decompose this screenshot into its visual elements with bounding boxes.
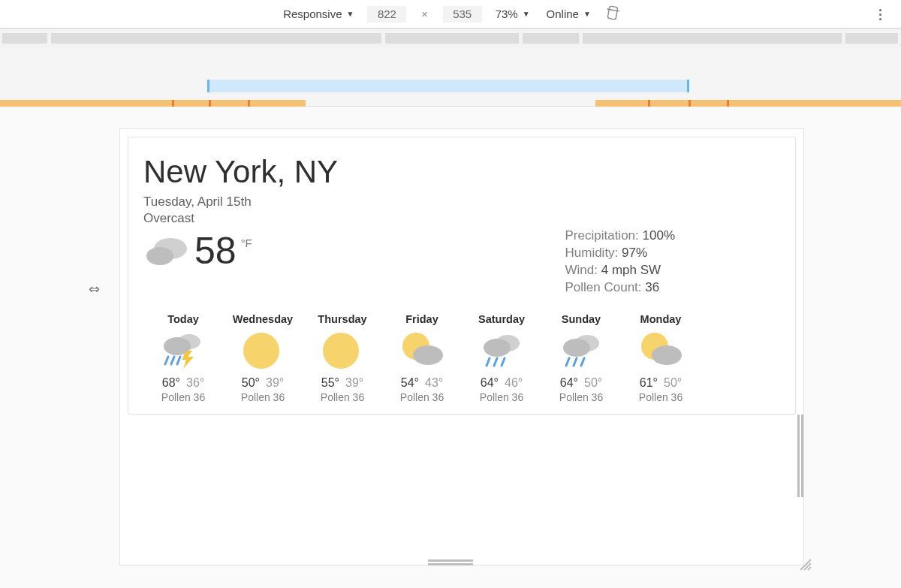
weather-card: New York, NY Tuesday, April 15th Overcas… xyxy=(128,137,796,415)
forecast-icon xyxy=(143,330,223,372)
forecast-day-name: Today xyxy=(143,313,223,325)
zoom-label: 73% xyxy=(496,8,518,20)
forecast-hi: 64° xyxy=(481,376,499,389)
resize-handle-bottom[interactable] xyxy=(428,559,473,567)
device-stage: ⇔ New York, NY Tuesday, April 15th Overc… xyxy=(0,107,901,588)
caret-down-icon: ▼ xyxy=(523,10,530,18)
forecast-icon xyxy=(303,330,382,372)
forecast-day-name: Sunday xyxy=(541,313,621,325)
forecast-lo: 39° xyxy=(345,376,363,389)
caret-down-icon: ▼ xyxy=(583,10,591,18)
forecast-row: Today68°36°Pollen 36Wednesday50°39°Polle… xyxy=(143,313,780,403)
stat-precip-value: 100% xyxy=(643,228,675,243)
overcast-icon xyxy=(143,232,190,270)
device-preset-label: Responsive xyxy=(283,8,342,20)
forecast-hi: 68° xyxy=(162,376,180,389)
forecast-icon xyxy=(541,330,621,372)
device-viewport: New York, NY Tuesday, April 15th Overcas… xyxy=(120,129,803,565)
forecast-icon xyxy=(462,330,541,372)
forecast-day: Thursday55°39°Pollen 36 xyxy=(303,313,382,403)
forecast-pollen: Pollen 36 xyxy=(303,391,382,403)
forecast-day: Wednesday50°39°Pollen 36 xyxy=(223,313,303,403)
svg-rect-0 xyxy=(607,6,618,20)
forecast-day-name: Wednesday xyxy=(223,313,303,325)
forecast-hi: 64° xyxy=(560,376,578,389)
svg-point-3 xyxy=(146,247,173,265)
forecast-lo: 50° xyxy=(664,376,682,389)
forecast-day: Monday61°50°Pollen 36 xyxy=(621,313,701,403)
resize-handle-corner[interactable] xyxy=(799,558,812,571)
rotate-icon xyxy=(603,3,622,22)
forecast-day: Sunday64°50°Pollen 36 xyxy=(541,313,621,403)
forecast-hi: 54° xyxy=(401,376,419,389)
device-preset-select[interactable]: Responsive ▼ xyxy=(280,6,357,22)
temp-unit: °F xyxy=(241,232,252,249)
stat-precip-label: Precipitation: xyxy=(565,228,639,243)
network-throttle-select[interactable]: Online ▼ xyxy=(544,6,594,22)
caret-down-icon: ▼ xyxy=(347,10,354,18)
forecast-lo: 39° xyxy=(266,376,284,389)
resize-handle-right[interactable] xyxy=(797,415,805,497)
weather-condition: Overcast xyxy=(143,211,780,226)
width-input[interactable] xyxy=(367,6,406,23)
forecast-icon xyxy=(382,330,462,372)
stat-wind-value: 4 mph SW xyxy=(601,263,661,277)
dimension-separator: × xyxy=(417,8,432,20)
resize-handle-left[interactable]: ⇔ xyxy=(89,281,100,297)
forecast-day: Today68°36°Pollen 36 xyxy=(143,313,223,403)
forecast-icon xyxy=(223,330,303,372)
forecast-hi: 61° xyxy=(640,376,658,389)
current-temp: 58 xyxy=(194,232,237,270)
forecast-hi: 55° xyxy=(321,376,339,389)
zoom-select[interactable]: 73% ▼ xyxy=(493,6,533,22)
forecast-pollen: Pollen 36 xyxy=(143,391,223,403)
forecast-day-name: Monday xyxy=(621,313,701,325)
forecast-day-name: Thursday xyxy=(303,313,382,325)
stat-wind-label: Wind: xyxy=(565,263,598,277)
stat-humidity-label: Humidity: xyxy=(565,246,619,260)
forecast-hi: 50° xyxy=(242,376,260,389)
forecast-day: Friday54°43°Pollen 36 xyxy=(382,313,462,403)
forecast-day: Saturday64°46°Pollen 36 xyxy=(462,313,541,403)
forecast-lo: 50° xyxy=(584,376,602,389)
ruler-scale xyxy=(0,29,901,48)
stat-humidity-value: 97% xyxy=(622,246,647,260)
stat-pollen-label: Pollen Count: xyxy=(565,280,642,294)
forecast-lo: 43° xyxy=(425,376,443,389)
rotate-button[interactable] xyxy=(604,5,621,23)
forecast-pollen: Pollen 36 xyxy=(382,391,462,403)
responsive-ruler xyxy=(0,29,901,107)
weather-date: Tuesday, April 15th xyxy=(143,194,780,210)
network-label: Online xyxy=(547,8,579,20)
forecast-pollen: Pollen 36 xyxy=(621,391,701,403)
weather-city: New York, NY xyxy=(143,154,780,190)
forecast-day-name: Saturday xyxy=(462,313,541,325)
forecast-pollen: Pollen 36 xyxy=(223,391,303,403)
forecast-icon xyxy=(621,330,701,372)
stat-pollen-value: 36 xyxy=(645,280,659,294)
current-temp-block: 58 °F xyxy=(143,232,252,270)
responsive-toolbar: Responsive ▼ × 73% ▼ Online ▼ xyxy=(0,0,901,29)
forecast-lo: 46° xyxy=(505,376,523,389)
more-options-button[interactable] xyxy=(872,7,887,22)
forecast-pollen: Pollen 36 xyxy=(462,391,541,403)
weather-stats: Precipitation: 100% Humidity: 97% Wind: … xyxy=(565,228,676,297)
media-query-bar-max[interactable] xyxy=(0,80,901,95)
height-input[interactable] xyxy=(443,6,482,23)
forecast-day-name: Friday xyxy=(382,313,462,325)
forecast-pollen: Pollen 36 xyxy=(541,391,621,403)
forecast-lo: 36° xyxy=(186,376,204,389)
